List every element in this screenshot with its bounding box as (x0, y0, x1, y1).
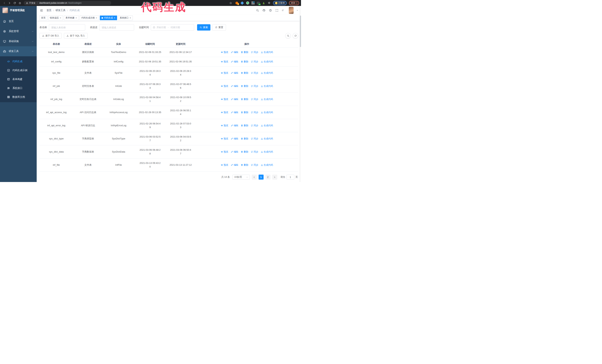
breadcrumb-item[interactable]: 研发工具 (55, 9, 65, 12)
sidebar-submenu-item[interactable]: 系统接口 (0, 84, 37, 93)
generate-code-action[interactable]: 生成代码 (261, 60, 273, 63)
extension-gem-icon[interactable] (241, 1, 244, 5)
generate-code-action[interactable]: 生成代码 (261, 84, 273, 88)
fullscreen-button[interactable] (275, 9, 279, 12)
tab-close-icon[interactable] (129, 17, 131, 19)
sync-action[interactable]: 同步 (251, 124, 258, 127)
sync-action[interactable]: 同步 (251, 71, 258, 75)
sidebar-menu-item[interactable]: 首页 (0, 16, 37, 26)
header-search-button[interactable] (256, 9, 259, 12)
sidebar-submenu-item[interactable]: 代码生成 (0, 57, 37, 66)
app-logo-row[interactable]: 芋道管理系统 (0, 6, 37, 15)
kebab-menu-icon[interactable] (297, 2, 297, 4)
generate-code-action[interactable]: 生成代码 (261, 111, 273, 114)
user-avatar[interactable] (289, 7, 294, 14)
preview-action[interactable]: 预览 (221, 60, 228, 63)
search-button[interactable]: 搜索 (197, 24, 210, 31)
table-name-input[interactable] (49, 24, 85, 31)
sync-action[interactable]: 同步 (251, 50, 258, 54)
next-page-button[interactable] (272, 175, 277, 180)
edit-action[interactable]: 编辑 (231, 97, 238, 101)
avatar-caret-down-icon[interactable] (296, 10, 298, 11)
extension-orange-icon[interactable] (235, 1, 239, 5)
browser-forward-button[interactable] (7, 0, 12, 5)
page-number-button[interactable]: 2 (265, 175, 270, 180)
page-size-select[interactable]: 10条/页 (232, 175, 250, 180)
generate-code-action[interactable]: 生成代码 (261, 124, 273, 127)
sync-action[interactable]: 同步 (251, 163, 258, 167)
view-tab[interactable]: 链路追踪 (48, 16, 63, 20)
goto-page-input[interactable] (287, 175, 294, 180)
edit-action[interactable]: 编辑 (231, 50, 238, 54)
delete-action[interactable]: 删除 (241, 137, 248, 141)
tab-close-icon[interactable] (96, 17, 97, 19)
browser-reload-button[interactable] (12, 0, 17, 5)
delete-action[interactable]: 删除 (241, 111, 248, 114)
preview-action[interactable]: 预览 (221, 97, 228, 101)
generate-code-action[interactable]: 生成代码 (261, 71, 273, 75)
breadcrumb-item[interactable]: 首页 (46, 9, 52, 12)
sidebar-submenu-item[interactable]: 数据库文档 (0, 93, 37, 102)
bookmark-star-button[interactable] (229, 1, 233, 5)
generate-code-action[interactable]: 生成代码 (261, 97, 273, 101)
preview-action[interactable]: 预览 (221, 124, 228, 127)
sync-action[interactable]: 同步 (251, 60, 258, 63)
scrollbar-thumb[interactable] (300, 16, 301, 47)
edit-action[interactable]: 编辑 (231, 111, 238, 114)
edit-action[interactable]: 编辑 (231, 150, 238, 154)
delete-action[interactable]: 删除 (241, 150, 248, 154)
preview-action[interactable]: 预览 (221, 111, 228, 114)
delete-action[interactable]: 删除 (241, 71, 248, 75)
generate-code-action[interactable]: 生成代码 (261, 50, 273, 54)
browser-back-button[interactable] (2, 0, 7, 5)
delete-action[interactable]: 删除 (241, 124, 248, 127)
browser-home-button[interactable] (17, 0, 22, 5)
extension-grid-icon[interactable] (251, 1, 255, 5)
address-bar[interactable]: 不安全 dashboard.yudao.iocoder.cn/tool/code… (24, 1, 111, 5)
delete-action[interactable]: 删除 (241, 50, 248, 54)
edit-action[interactable]: 编辑 (231, 163, 238, 167)
import-from-db-button[interactable]: 基于 DB 导入 (39, 33, 62, 39)
preview-action[interactable]: 预览 (221, 150, 228, 154)
import-from-sql-button[interactable]: 基于 SQL 导入 (64, 33, 88, 39)
view-tab[interactable]: 表单构建 (64, 16, 79, 20)
preview-action[interactable]: 预览 (221, 137, 228, 141)
delete-action[interactable]: 删除 (241, 60, 248, 63)
sidebar-menu-item[interactable]: 基础设施 (0, 36, 37, 46)
sync-action[interactable]: 同步 (251, 84, 258, 88)
extensions-puzzle-icon[interactable] (268, 1, 271, 5)
edit-action[interactable]: 编辑 (231, 71, 238, 75)
breadcrumb-item[interactable]: 代码生成 (70, 9, 80, 12)
refresh-table-button[interactable] (293, 33, 298, 39)
sync-action[interactable]: 同步 (251, 111, 258, 114)
sidebar-collapse-button[interactable] (39, 8, 43, 12)
paused-badge[interactable]: 已暂停 (273, 1, 287, 5)
edit-action[interactable]: 编辑 (231, 60, 238, 63)
delete-action[interactable]: 删除 (241, 84, 248, 88)
edit-action[interactable]: 编辑 (231, 124, 238, 127)
sidebar-submenu-item[interactable]: 代码生成示例 (0, 66, 37, 75)
preview-action[interactable]: 预览 (221, 163, 228, 167)
generate-code-action[interactable]: 生成代码 (261, 150, 273, 154)
view-tab[interactable]: 代码生成 (100, 16, 117, 20)
font-size-button[interactable]: tT (281, 9, 285, 12)
github-link[interactable] (262, 9, 266, 12)
tab-close-icon[interactable] (60, 17, 61, 19)
sidebar-menu-item[interactable]: 研发工具 (0, 46, 37, 56)
edit-action[interactable]: 编辑 (231, 137, 238, 141)
generate-code-action[interactable]: 生成代码 (261, 163, 273, 167)
preview-action[interactable]: 预览 (221, 71, 228, 75)
tab-close-icon[interactable] (75, 17, 77, 19)
view-tab[interactable]: 系统接口 (118, 16, 133, 20)
sync-action[interactable]: 同步 (251, 150, 258, 154)
edit-action[interactable]: 编辑 (231, 84, 238, 88)
tab-close-icon[interactable] (114, 17, 115, 19)
create-time-range-picker[interactable]: 开始日期 - 结束日期 (151, 24, 194, 31)
page-number-button[interactable]: 1 (258, 175, 264, 180)
preview-action[interactable]: 预览 (221, 50, 228, 54)
delete-action[interactable]: 删除 (241, 97, 248, 101)
page-scrollbar[interactable] (300, 6, 301, 182)
generate-code-action[interactable]: 生成代码 (261, 137, 273, 141)
extension-green-check-icon[interactable] (246, 1, 249, 5)
delete-action[interactable]: 删除 (241, 163, 248, 167)
